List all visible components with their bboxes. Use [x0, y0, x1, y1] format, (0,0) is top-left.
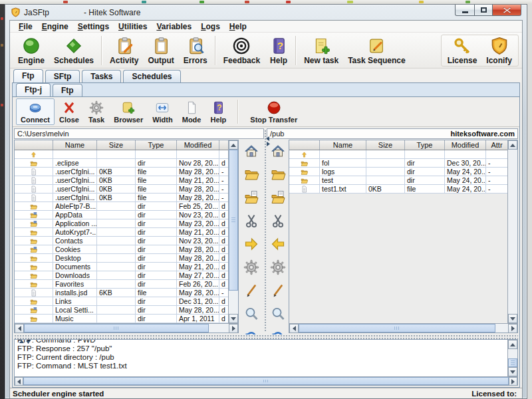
- remote-vertical-scrollbar[interactable]: [507, 140, 517, 323]
- scrollbar-thumb[interactable]: [23, 377, 509, 385]
- file-row-Contacts[interactable]: ContactsdirNov 23, 20...d: [15, 237, 228, 245]
- scrollbar-thumb[interactable]: [229, 150, 238, 291]
- subtab-ftp[interactable]: Ftp: [53, 84, 82, 96]
- scroll-up-button[interactable]: [229, 140, 238, 150]
- folder-open-button[interactable]: [270, 166, 286, 185]
- column-header-blank[interactable]: [15, 140, 53, 150]
- maximize-button[interactable]: [474, 5, 493, 16]
- file-row-Links[interactable]: LinksdirDec 31, 20...d: [15, 297, 228, 306]
- magnifier-button[interactable]: [243, 306, 259, 325]
- scroll-right-button[interactable]: [508, 324, 517, 333]
- local-vertical-scrollbar[interactable]: [228, 140, 238, 323]
- activity-button[interactable]: Activity: [105, 35, 143, 66]
- column-header-type[interactable]: Type: [405, 140, 445, 150]
- tab-sftp[interactable]: SFtp: [45, 70, 80, 82]
- tab-tasks[interactable]: Tasks: [82, 70, 121, 82]
- task-sequence-button[interactable]: Task Sequence: [343, 35, 410, 66]
- column-header-size[interactable]: Size: [366, 140, 405, 150]
- file-row-Favorites[interactable]: FavoritesdirFeb 26, 20...d: [15, 280, 228, 289]
- log-vertical-scrollbar[interactable]: [507, 340, 517, 376]
- file-row-test[interactable]: testdirMay 24, 20...-: [289, 176, 507, 185]
- width-button[interactable]: Width: [148, 98, 177, 125]
- log-horizontal-scrollbar[interactable]: [15, 376, 517, 385]
- browser-button[interactable]: Browser: [109, 98, 148, 125]
- menu-help[interactable]: Help: [225, 22, 251, 31]
- scroll-down-button[interactable]: [508, 314, 517, 323]
- title-bar[interactable]: JaSFtp - Hitek Software: [5, 5, 527, 20]
- home-button[interactable]: [270, 143, 286, 162]
- file-row-Documents[interactable]: DocumentsdirMay 21, 20...d: [15, 263, 228, 271]
- scrollbar-track[interactable]: [508, 349, 517, 358]
- scrollbar-thumb[interactable]: [508, 358, 517, 367]
- scroll-right-button[interactable]: [509, 377, 517, 386]
- pen-button[interactable]: [270, 283, 286, 301]
- tab-schedules[interactable]: Schedules: [123, 70, 180, 82]
- file-row-.eclipse[interactable]: .eclipsedirNov 28, 20...d: [15, 159, 228, 168]
- file-row-.userCfgIni...[interactable]: .userCfgIni...0KBfileMay 28, 20...-: [15, 168, 228, 176]
- file-row-.userCfgIni...[interactable]: .userCfgIni...0KBfileMay 21, 20...-: [15, 176, 228, 185]
- file-row-logs[interactable]: logsdirMay 24, 20...-: [289, 168, 507, 176]
- arrow-right-button[interactable]: [243, 236, 259, 255]
- column-header-type[interactable]: Type: [136, 140, 177, 150]
- file-row-Local Setti...[interactable]: Local Setti...dirMay 28, 20...d: [15, 306, 228, 315]
- license-button[interactable]: License: [443, 35, 482, 66]
- file-row-test1.txt[interactable]: test1.txt0KBfileMay 24, 20...-: [289, 185, 507, 194]
- file-row-Desktop[interactable]: DesktopdirMay 28, 20...d: [15, 254, 228, 263]
- output-button[interactable]: Output: [143, 35, 178, 66]
- column-header-attr[interactable]: Attr: [486, 140, 507, 150]
- close-button[interactable]: Close: [55, 98, 84, 125]
- task-button[interactable]: Task: [84, 98, 109, 125]
- scrollbar-track[interactable]: [508, 150, 517, 314]
- log-output[interactable]: FTP: Command : PWDFTP: Response : 257 "/…: [15, 340, 507, 376]
- errors-button[interactable]: Errors: [179, 35, 212, 66]
- scrollbar-thumb[interactable]: [24, 324, 209, 332]
- iconify-button[interactable]: Iconify: [481, 35, 517, 66]
- connect-button[interactable]: Connect: [16, 98, 55, 125]
- scroll-left-button[interactable]: [289, 324, 299, 333]
- file-row-Downloads[interactable]: DownloadsdirMay 27, 20...d: [15, 271, 228, 280]
- file-row-.userCfgIni...[interactable]: .userCfgIni...0KBfileMay 28, 20...-: [15, 194, 228, 202]
- pen-button[interactable]: [243, 283, 259, 301]
- column-header-blank[interactable]: [289, 140, 320, 150]
- column-header-name[interactable]: Name: [320, 140, 366, 150]
- column-header-blank[interactable]: [219, 140, 228, 150]
- close-button[interactable]: [492, 5, 521, 16]
- column-header-modified[interactable]: Modified: [177, 140, 219, 150]
- feedback-button[interactable]: Feedback: [219, 35, 265, 66]
- new-task-button[interactable]: New task: [299, 35, 343, 66]
- scissors-button[interactable]: [243, 213, 259, 231]
- subtab-ftp-j[interactable]: Ftp-j: [16, 83, 51, 96]
- scroll-left-button[interactable]: [15, 377, 23, 386]
- file-row-AutoKrypt7-...[interactable]: AutoKrypt7-...dirMay 21, 20...d: [15, 228, 228, 237]
- scroll-up-button[interactable]: [508, 140, 517, 150]
- menu-logs[interactable]: Logs: [196, 22, 225, 31]
- splitter-collapse-up-icon[interactable]: [19, 334, 24, 346]
- help-button[interactable]: ?Help: [205, 98, 231, 125]
- remote-horizontal-scrollbar[interactable]: [289, 323, 517, 332]
- menu-variables[interactable]: Variables: [152, 22, 196, 31]
- help-button[interactable]: ?Help: [265, 35, 293, 66]
- scroll-right-button[interactable]: [229, 324, 238, 333]
- menu-utilities[interactable]: Utilities: [114, 22, 152, 31]
- folder-open-button[interactable]: [243, 166, 259, 185]
- scrollbar-thumb[interactable]: [299, 324, 495, 332]
- splitter-collapse-down-icon[interactable]: [26, 335, 31, 347]
- schedules-button[interactable]: Schedules: [49, 35, 98, 66]
- column-header-modified[interactable]: Modified: [445, 140, 486, 150]
- minimize-button[interactable]: [455, 5, 475, 16]
- tab-ftp[interactable]: Ftp: [13, 69, 43, 82]
- panel-splitter[interactable]: [264, 130, 267, 332]
- home-button[interactable]: [243, 143, 259, 162]
- file-row-fol[interactable]: foldirDec 30, 20...-: [289, 159, 507, 168]
- column-header-size[interactable]: Size: [97, 140, 136, 150]
- file-row-AppData[interactable]: AppDatadirNov 23, 20...d: [15, 211, 228, 219]
- stop-transfer-button[interactable]: Stop Transfer: [245, 98, 302, 125]
- file-row-.userCfgIni...[interactable]: .userCfgIni...0KBfileMay 28, 20...-: [15, 185, 228, 194]
- arrow-left-button[interactable]: [270, 236, 286, 255]
- folder-up-button[interactable]: [243, 190, 259, 208]
- menu-settings[interactable]: Settings: [73, 22, 114, 31]
- scroll-down-button[interactable]: [508, 367, 517, 376]
- file-row-parent-directory[interactable]: [15, 150, 228, 159]
- menu-engine[interactable]: Engine: [37, 22, 73, 31]
- scrollbar-track[interactable]: [209, 324, 229, 332]
